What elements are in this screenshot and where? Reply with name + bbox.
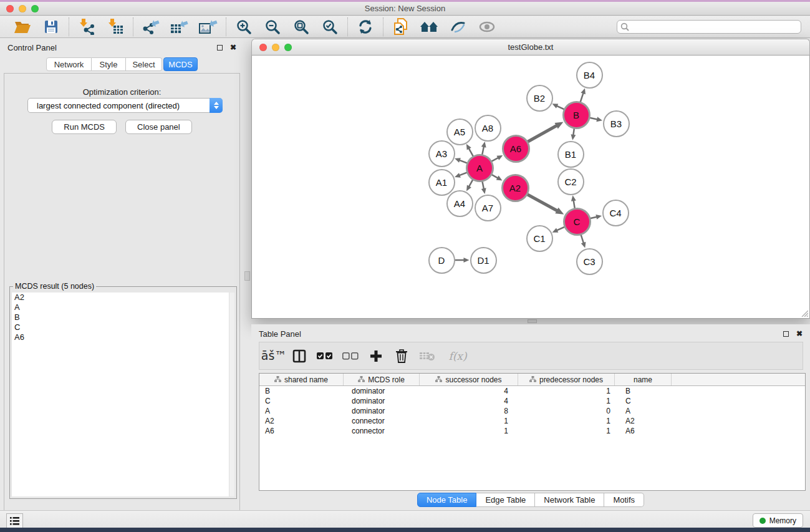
table-cell[interactable]: 8	[420, 406, 518, 416]
mcds-result-item[interactable]: A2	[12, 293, 234, 302]
show-columns-icon[interactable]	[291, 348, 307, 364]
mcds-result-item[interactable]: C	[12, 322, 234, 332]
graph-node-B4[interactable]: B4	[576, 62, 603, 89]
close-panel-icon[interactable]: ✖	[796, 330, 803, 337]
table-settings-icon[interactable]: āš™	[266, 348, 282, 364]
zoom-in-icon[interactable]	[234, 18, 254, 36]
add-column-icon[interactable]	[368, 348, 384, 364]
unselect-all-icon[interactable]	[342, 348, 359, 364]
result-list-scrollbar[interactable]	[229, 293, 234, 496]
graph-node-B[interactable]: B	[562, 101, 591, 129]
table-row[interactable]: Bdominator41B	[259, 386, 805, 396]
graph-node-B1[interactable]: B1	[557, 141, 584, 168]
table-cell[interactable]: B	[615, 386, 672, 396]
zoom-out-icon[interactable]	[263, 18, 282, 36]
import-network-icon[interactable]	[77, 18, 97, 36]
graph-node-A3[interactable]: A3	[428, 140, 455, 167]
table-cell[interactable]: 1	[518, 396, 615, 406]
table-cell[interactable]: dominator	[344, 406, 420, 416]
float-panel-icon[interactable]	[783, 331, 789, 337]
select-all-icon[interactable]	[317, 348, 333, 364]
column-header[interactable]: MCDS role	[344, 374, 420, 385]
search-input[interactable]	[617, 20, 801, 34]
open-session-icon[interactable]	[12, 18, 32, 36]
table-cell[interactable]: 0	[518, 406, 615, 416]
clone-network-icon[interactable]	[391, 18, 411, 36]
table-cell[interactable]: C	[259, 396, 344, 406]
graph-node-A8[interactable]: A8	[475, 115, 501, 142]
splitter-handle[interactable]	[528, 319, 537, 323]
close-panel-icon[interactable]: ✖	[230, 44, 236, 51]
table-cell[interactable]: 1	[420, 416, 518, 426]
splitter-handle[interactable]	[244, 271, 250, 281]
export-table-icon[interactable]	[170, 18, 190, 36]
tab-network[interactable]: Network	[46, 57, 92, 71]
graph-node-C4[interactable]: C4	[602, 200, 629, 226]
run-mcds-button[interactable]: Run MCDS	[52, 120, 117, 134]
graph-node-A1[interactable]: A1	[428, 169, 455, 196]
table-cell[interactable]: dominator	[344, 386, 420, 396]
graph-node-D1[interactable]: D1	[470, 247, 497, 274]
table-cell[interactable]: C	[615, 396, 672, 406]
horizontal-splitter[interactable]	[251, 319, 810, 324]
table-cell[interactable]: dominator	[344, 396, 420, 406]
graph-node-C1[interactable]: C1	[526, 225, 553, 252]
table-row[interactable]: Adominator80A	[259, 406, 805, 416]
graph-node-A2[interactable]: A2	[501, 174, 529, 202]
table-cell[interactable]: A2	[259, 416, 344, 426]
tab-style[interactable]: Style	[92, 57, 126, 71]
zoom-selected-icon[interactable]	[320, 18, 340, 36]
graph-node-B2[interactable]: B2	[526, 85, 553, 112]
graph-node-A[interactable]: A	[466, 154, 494, 182]
clear-values-icon[interactable]	[419, 348, 435, 364]
network-window-titlebar[interactable]: testGlobe.txt	[251, 39, 810, 56]
table-cell[interactable]: 1	[518, 386, 615, 396]
table-cell[interactable]: 1	[420, 426, 518, 436]
column-header[interactable]: predecessor nodes	[518, 374, 615, 385]
function-builder-icon[interactable]: f(x)	[445, 348, 471, 364]
save-session-icon[interactable]	[41, 18, 61, 36]
memory-button[interactable]: Memory	[753, 513, 803, 528]
tab-network-table[interactable]: Network Table	[535, 493, 604, 507]
visual-styles-icon[interactable]	[448, 18, 468, 36]
delete-columns-icon[interactable]	[393, 348, 410, 364]
graph-node-C3[interactable]: C3	[576, 248, 603, 275]
tab-motifs[interactable]: Motifs	[604, 493, 644, 507]
graph-node-A7[interactable]: A7	[475, 195, 501, 221]
table-cell[interactable]: 4	[420, 386, 518, 396]
show-hide-graphics-icon[interactable]	[477, 18, 497, 36]
graph-node-D[interactable]: D	[428, 247, 455, 274]
mcds-result-item[interactable]: A	[12, 302, 234, 312]
graph-node-A5[interactable]: A5	[446, 118, 473, 145]
graph-node-B3[interactable]: B3	[603, 110, 630, 137]
tab-mcds[interactable]: MCDS	[163, 57, 198, 71]
table-cell[interactable]: 1	[518, 416, 615, 426]
table-cell[interactable]: A	[615, 406, 672, 416]
table-cell[interactable]: B	[259, 386, 344, 396]
export-network-icon[interactable]	[141, 18, 161, 36]
table-row[interactable]: A2connector11A2	[259, 416, 805, 426]
export-image-icon[interactable]	[198, 18, 218, 36]
table-row[interactable]: Cdominator41C	[259, 396, 805, 406]
table-cell[interactable]: connector	[344, 416, 420, 426]
graph-node-A4[interactable]: A4	[446, 190, 473, 217]
import-table-icon[interactable]	[105, 18, 125, 36]
close-panel-button[interactable]: Close panel	[125, 120, 192, 134]
vertical-splitter[interactable]	[244, 38, 251, 510]
home-layout-icon[interactable]	[420, 18, 440, 36]
column-header[interactable]: successor nodes	[420, 374, 518, 385]
mcds-result-list[interactable]: A2ABCA6	[12, 293, 234, 496]
node-table[interactable]: shared nameMCDS rolesuccessor nodesprede…	[259, 373, 806, 491]
table-cell[interactable]: A2	[615, 416, 672, 426]
table-cell[interactable]: A6	[259, 426, 344, 436]
tab-node-table[interactable]: Node Table	[417, 493, 477, 507]
mcds-result-item[interactable]: B	[12, 312, 234, 322]
table-cell[interactable]: A	[259, 406, 344, 416]
tab-select[interactable]: Select	[126, 57, 162, 71]
tab-edge-table[interactable]: Edge Table	[476, 493, 535, 507]
refresh-layout-icon[interactable]	[355, 18, 375, 36]
mcds-result-item[interactable]: A6	[12, 332, 234, 342]
column-header[interactable]: name	[615, 374, 672, 385]
graph-node-C[interactable]: C	[563, 208, 591, 236]
task-history-button[interactable]	[6, 513, 23, 528]
